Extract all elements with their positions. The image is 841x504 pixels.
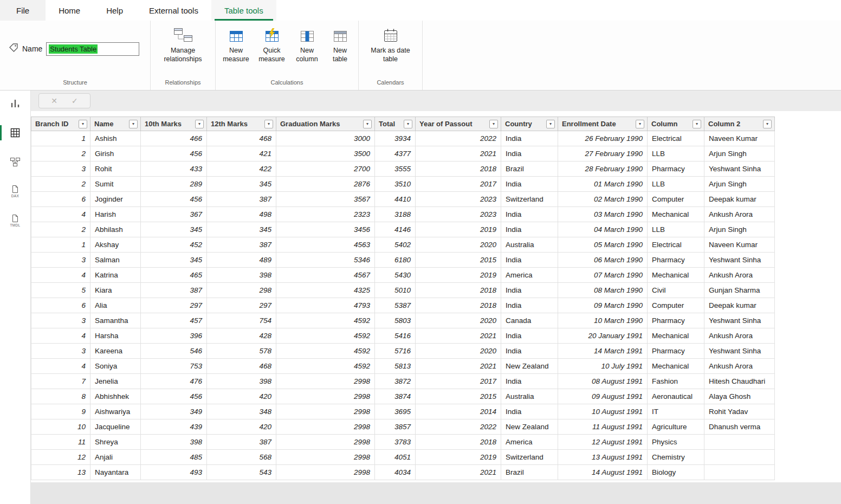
table-cell[interactable]: Soniya bbox=[90, 359, 141, 374]
tab-home[interactable]: Home bbox=[46, 0, 93, 21]
table-cell[interactable]: 2022 bbox=[416, 131, 501, 146]
table-cell[interactable]: 345 bbox=[207, 177, 276, 192]
table-cell[interactable]: 3934 bbox=[375, 131, 416, 146]
table-cell[interactable]: Hitesh Chaudhari bbox=[704, 374, 775, 389]
column-filter-button[interactable]: ▾ bbox=[129, 120, 138, 128]
table-cell[interactable]: India bbox=[501, 146, 558, 161]
table-cell[interactable]: India bbox=[501, 298, 558, 313]
table-cell[interactable]: Arjun Singh bbox=[704, 222, 775, 237]
table-cell[interactable]: 10 August 1991 bbox=[558, 404, 648, 419]
table-cell[interactable]: 14 August 1991 bbox=[558, 465, 648, 480]
table-cell[interactable]: 3567 bbox=[276, 192, 375, 207]
table-cell[interactable]: Rohit Yadav bbox=[704, 404, 775, 419]
table-cell[interactable]: 420 bbox=[207, 389, 276, 404]
table-cell[interactable]: 398 bbox=[207, 268, 276, 283]
table-cell[interactable]: 2020 bbox=[416, 237, 501, 253]
table-cell[interactable]: Abhishhek bbox=[90, 389, 141, 404]
table-cell[interactable]: Samantha bbox=[90, 313, 141, 328]
table-cell[interactable]: 387 bbox=[207, 192, 276, 207]
table-cell[interactable]: 3510 bbox=[375, 177, 416, 192]
table-cell[interactable]: 2019 bbox=[416, 268, 501, 283]
commit-button[interactable]: ✓ bbox=[72, 97, 78, 105]
table-cell[interactable]: New Zealand bbox=[501, 419, 558, 435]
table-cell[interactable]: 4 bbox=[31, 268, 90, 283]
table-cell[interactable]: 2015 bbox=[416, 389, 501, 404]
table-cell[interactable]: 398 bbox=[207, 374, 276, 389]
table-cell[interactable]: 6 bbox=[31, 192, 90, 207]
table-cell[interactable]: 2023 bbox=[416, 207, 501, 222]
table-cell[interactable]: India bbox=[501, 404, 558, 419]
table-cell[interactable]: 297 bbox=[207, 298, 276, 313]
table-cell[interactable]: 1 bbox=[31, 237, 90, 253]
table-cell[interactable]: 28 February 1990 bbox=[558, 161, 648, 177]
column-header-name[interactable]: Name▾ bbox=[90, 117, 141, 131]
table-cell[interactable]: 03 March 1990 bbox=[558, 207, 648, 222]
table-cell[interactable]: Computer bbox=[648, 192, 704, 207]
table-cell[interactable]: LLB bbox=[648, 177, 704, 192]
table-cell[interactable]: 2017 bbox=[416, 374, 501, 389]
table-cell[interactable]: 6180 bbox=[375, 253, 416, 268]
table-cell[interactable]: 3695 bbox=[375, 404, 416, 419]
table-cell[interactable]: Fashion bbox=[648, 374, 704, 389]
table-cell[interactable]: Naveen Kumar bbox=[704, 237, 775, 253]
table-cell[interactable]: Mechanical bbox=[648, 207, 704, 222]
tab-external-tools[interactable]: External tools bbox=[136, 0, 211, 21]
table-cell[interactable]: 546 bbox=[141, 344, 207, 359]
table-cell[interactable]: 422 bbox=[207, 161, 276, 177]
table-cell[interactable]: 3456 bbox=[276, 222, 375, 237]
table-cell[interactable]: Deepak kumar bbox=[704, 298, 775, 313]
table-cell[interactable]: Switzerland bbox=[501, 192, 558, 207]
table-cell[interactable]: 439 bbox=[141, 419, 207, 435]
table-cell[interactable]: 4034 bbox=[375, 465, 416, 480]
column-header-year-of-passout[interactable]: Year of Passout▾ bbox=[416, 117, 501, 131]
table-cell[interactable]: 421 bbox=[207, 146, 276, 161]
table-cell[interactable]: 543 bbox=[207, 465, 276, 480]
table-cell[interactable] bbox=[704, 450, 775, 465]
table-cell[interactable]: 2023 bbox=[416, 192, 501, 207]
table-cell[interactable]: 2 bbox=[31, 146, 90, 161]
table-cell[interactable]: 10 July 1991 bbox=[558, 359, 648, 374]
column-header-total[interactable]: Total▾ bbox=[375, 117, 416, 131]
table-cell[interactable]: 5813 bbox=[375, 359, 416, 374]
table-cell[interactable]: India bbox=[501, 222, 558, 237]
table-cell[interactable]: 2998 bbox=[276, 374, 375, 389]
table-cell[interactable]: Ankush Arora bbox=[704, 268, 775, 283]
table-cell[interactable]: 2998 bbox=[276, 465, 375, 480]
table-cell[interactable]: 3555 bbox=[375, 161, 416, 177]
column-header-column[interactable]: Column▾ bbox=[648, 117, 704, 131]
table-cell[interactable]: 3188 bbox=[375, 207, 416, 222]
table-cell[interactable]: 3000 bbox=[276, 131, 375, 146]
table-cell[interactable]: Abhilash bbox=[90, 222, 141, 237]
table-cell[interactable]: Harish bbox=[90, 207, 141, 222]
table-cell[interactable]: 13 bbox=[31, 465, 90, 480]
table-cell[interactable]: 753 bbox=[141, 359, 207, 374]
table-cell[interactable]: 4592 bbox=[276, 313, 375, 328]
column-header-12th-marks[interactable]: 12th Marks▾ bbox=[207, 117, 276, 131]
table-cell[interactable]: 02 March 1990 bbox=[558, 192, 648, 207]
table-cell[interactable]: 498 bbox=[207, 207, 276, 222]
table-cell[interactable]: 420 bbox=[207, 419, 276, 435]
table-cell[interactable]: Ankush Arora bbox=[704, 359, 775, 374]
table-cell[interactable]: 387 bbox=[207, 435, 276, 450]
table-cell[interactable]: Nayantara bbox=[90, 465, 141, 480]
table-cell[interactable]: 349 bbox=[141, 404, 207, 419]
table-cell[interactable]: 348 bbox=[207, 404, 276, 419]
table-cell[interactable]: 2018 bbox=[416, 161, 501, 177]
table-cell[interactable]: 4592 bbox=[276, 344, 375, 359]
table-cell[interactable]: LLB bbox=[648, 146, 704, 161]
table-cell[interactable]: 428 bbox=[207, 328, 276, 344]
table-cell[interactable]: Joginder bbox=[90, 192, 141, 207]
table-cell[interactable]: Alia bbox=[90, 298, 141, 313]
table-cell[interactable]: Agriculture bbox=[648, 419, 704, 435]
table-cell[interactable]: Akshay bbox=[90, 237, 141, 253]
table-cell[interactable]: 14 March 1991 bbox=[558, 344, 648, 359]
table-cell[interactable]: 9 bbox=[31, 404, 90, 419]
table-cell[interactable]: Yeshwant Sinha bbox=[704, 313, 775, 328]
table-cell[interactable]: 5430 bbox=[375, 268, 416, 283]
table-cell[interactable]: 398 bbox=[141, 435, 207, 450]
table-cell[interactable]: 396 bbox=[141, 328, 207, 344]
table-cell[interactable]: Aishwariya bbox=[90, 404, 141, 419]
table-cell[interactable]: 05 March 1990 bbox=[558, 237, 648, 253]
table-cell[interactable]: Electrical bbox=[648, 131, 704, 146]
column-filter-button[interactable]: ▾ bbox=[363, 120, 372, 128]
